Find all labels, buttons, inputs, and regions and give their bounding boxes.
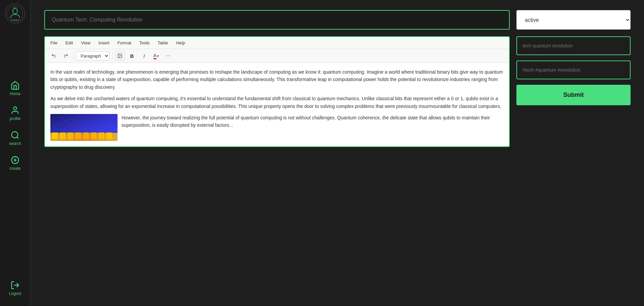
- editor-image-section: However, the journey toward realizing th…: [50, 114, 504, 141]
- svg-rect-24: [98, 132, 104, 139]
- sidebar-profile-label: profile: [10, 116, 21, 121]
- editor-para-3: However, the journey toward realizing th…: [122, 114, 504, 129]
- svg-rect-18: [52, 132, 58, 139]
- sidebar-item-profile[interactable]: profile: [2, 102, 29, 124]
- svg-line-5: [17, 137, 18, 139]
- toolbar-sep-2: [112, 52, 112, 59]
- submit-button[interactable]: Submit: [516, 85, 631, 105]
- menu-tools[interactable]: Tools: [138, 40, 151, 46]
- paragraph-style-select[interactable]: Paragraph Heading 1 Heading 2: [76, 51, 109, 61]
- bold-button[interactable]: B: [127, 51, 137, 61]
- sidebar-item-create[interactable]: create: [2, 152, 29, 174]
- editor-para-2: As we delve into the uncharted waters of…: [50, 95, 504, 110]
- editor-toolbar: Paragraph Heading 1 Heading 2 B I A ▾: [45, 49, 509, 63]
- menu-view[interactable]: View: [80, 40, 92, 46]
- svg-rect-21: [75, 132, 81, 139]
- create-icon: [10, 155, 20, 165]
- toolbar-sep-1: [73, 52, 74, 59]
- image-button[interactable]: [115, 51, 125, 61]
- sidebar-search-label: search: [9, 141, 21, 146]
- font-color-button[interactable]: A ▾: [151, 51, 161, 61]
- editor-para-1: In the vast realm of technology, one phe…: [50, 68, 504, 91]
- sidebar-item-home[interactable]: Home: [2, 77, 29, 100]
- sidebar-item-search[interactable]: search: [2, 127, 29, 149]
- more-options-button[interactable]: ···: [164, 51, 173, 61]
- right-panel: Submit: [516, 36, 631, 105]
- sidebar-nav: Home profile search create: [0, 30, 30, 277]
- sidebar-create-label: create: [9, 166, 20, 171]
- editor-body[interactable]: In the vast realm of technology, one phe…: [45, 63, 509, 146]
- editor-wrapper: File Edit View Insert Format Tools Table…: [44, 36, 510, 147]
- top-row: active draft archived: [44, 10, 631, 30]
- menu-insert[interactable]: Insert: [97, 40, 111, 46]
- svg-rect-25: [106, 132, 112, 139]
- sidebar-logout-label: Logout: [9, 291, 21, 296]
- menu-help[interactable]: Help: [175, 40, 186, 46]
- svg-point-3: [13, 107, 16, 110]
- editor-menubar: File Edit View Insert Format Tools Table…: [45, 37, 509, 49]
- svg-rect-22: [83, 132, 89, 139]
- main-content: active draft archived File Edit View Ins…: [31, 0, 644, 306]
- sidebar-home-label: Home: [10, 91, 20, 96]
- sidebar: ARTINEST Home profile search: [0, 0, 31, 306]
- svg-point-11: [119, 55, 120, 55]
- editor-image: [50, 114, 118, 141]
- title-input[interactable]: [44, 10, 510, 30]
- menu-table[interactable]: Table: [156, 40, 169, 46]
- status-select[interactable]: active draft archived: [516, 10, 631, 30]
- menu-file[interactable]: File: [49, 40, 59, 46]
- svg-rect-19: [60, 132, 66, 139]
- redo-button[interactable]: [61, 51, 71, 61]
- logout-icon: [10, 280, 20, 290]
- search-icon: [10, 130, 20, 140]
- menu-edit[interactable]: Edit: [64, 40, 74, 46]
- sidebar-item-logout[interactable]: Logout: [2, 277, 29, 299]
- home-icon: [10, 81, 20, 90]
- tags-input[interactable]: [516, 61, 631, 79]
- content-row: File Edit View Insert Format Tools Table…: [44, 36, 631, 147]
- undo-button[interactable]: [49, 51, 58, 61]
- svg-rect-20: [67, 132, 74, 139]
- app-logo: ARTINEST: [3, 0, 27, 27]
- svg-rect-23: [91, 132, 97, 139]
- italic-button[interactable]: I: [139, 51, 149, 61]
- svg-rect-12: [50, 114, 118, 141]
- svg-text:ARTINEST: ARTINEST: [11, 19, 19, 21]
- profile-icon: [10, 106, 20, 115]
- svg-point-4: [12, 132, 18, 138]
- sidebar-bottom: Logout: [0, 277, 30, 306]
- excerpt-input[interactable]: [516, 36, 631, 55]
- menu-format[interactable]: Format: [116, 40, 133, 46]
